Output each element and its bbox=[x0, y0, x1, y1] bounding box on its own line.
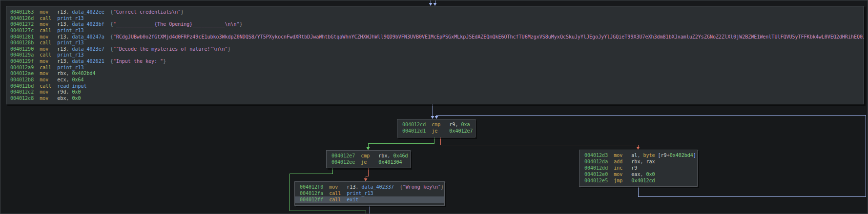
asm-token: mov bbox=[614, 172, 631, 177]
asm-token: "Input the key: " bbox=[113, 58, 163, 64]
asm-line[interactable]: 004012e0 mov eax, 0x0 bbox=[579, 171, 697, 177]
asm-token: 0x0 bbox=[72, 89, 81, 95]
asm-token: 004012da bbox=[584, 159, 614, 164]
asm-token: mov bbox=[329, 184, 347, 190]
asm-line[interactable]: 004012b8 mov ecx, 0x64 bbox=[6, 77, 864, 83]
asm-token: , bbox=[455, 122, 461, 127]
asm-line[interactable]: 00401281 mov r13, data_40247a {"RCdgJUBw… bbox=[6, 34, 864, 40]
asm-token: , bbox=[66, 9, 72, 15]
asm-line[interactable]: 00401263 mov r13, data_4022ee {"Correct … bbox=[6, 9, 864, 16]
true-branch-to-4012e7 bbox=[368, 137, 434, 147]
asm-line[interactable]: 0040126d call print_r13 bbox=[6, 16, 864, 22]
asm-token: byte bbox=[643, 153, 658, 158]
asm-token: data_4023bf bbox=[72, 21, 104, 27]
asm-token: mov bbox=[40, 96, 57, 101]
basic-block-4012e7[interactable]: 004012e7 cmp rbx, 0x46d004012ee je 0x401… bbox=[326, 150, 411, 168]
asm-token: r9d bbox=[57, 89, 66, 95]
asm-token: 004012cd bbox=[402, 122, 432, 127]
asm-token: , bbox=[66, 89, 72, 95]
asm-token: 004012d1 bbox=[402, 128, 432, 134]
asm-token: 00401263 bbox=[10, 9, 40, 15]
asm-line[interactable]: 004012c8 mov ebx, 0x0 bbox=[6, 96, 864, 102]
asm-token: 00401290 bbox=[10, 46, 40, 52]
asm-token: "Correct credentials\n" bbox=[113, 9, 181, 15]
asm-token: , bbox=[66, 21, 72, 27]
asm-line[interactable]: 0040127c call print_r13 bbox=[6, 28, 864, 34]
asm-line[interactable]: 004012bd call read_input bbox=[6, 83, 864, 90]
asm-token: inc bbox=[614, 165, 631, 171]
asm-token: mov bbox=[40, 58, 57, 64]
asm-token: } bbox=[163, 58, 166, 64]
asm-token: , bbox=[66, 58, 72, 64]
asm-token: print_r13 bbox=[347, 191, 373, 196]
asm-line[interactable]: 004012ae mov rbx, 0x402bd4 bbox=[6, 71, 864, 77]
asm-token: 004012f0 bbox=[300, 184, 329, 190]
asm-line[interactable]: 004012da add rbx, rax bbox=[579, 158, 697, 165]
asm-token: call bbox=[329, 191, 347, 196]
asm-token: je bbox=[361, 159, 378, 165]
asm-token bbox=[104, 46, 110, 52]
asm-token: 004012c2 bbox=[10, 89, 40, 95]
asm-line[interactable]: 0040129a call print_r13 bbox=[6, 52, 864, 58]
asm-token: data_40247a bbox=[72, 34, 104, 39]
asm-line[interactable]: 004012d1 je 0x4012e7 bbox=[397, 128, 475, 134]
asm-line[interactable]: 00401290 mov r13, data_4023e7 {""Decode … bbox=[6, 46, 864, 53]
asm-token bbox=[394, 184, 400, 190]
asm-line[interactable]: 0040129f mov r13, data_402621 {"Input th… bbox=[6, 58, 864, 65]
asm-line[interactable]: 004012e7 cmp rbx, 0x46d bbox=[327, 153, 410, 159]
false-branch-to-4012d3 bbox=[440, 137, 638, 147]
asm-token: , bbox=[66, 46, 72, 52]
asm-token: 004012ff bbox=[300, 197, 329, 202]
asm-line[interactable]: 004012c2 mov r9d, 0x0 bbox=[6, 89, 864, 96]
asm-line[interactable]: 004012a9 call print_r13 bbox=[6, 65, 864, 71]
asm-token: mov bbox=[40, 46, 57, 52]
asm-token: 0x402bd4 bbox=[670, 153, 693, 158]
asm-token: print_r13 bbox=[57, 52, 83, 58]
asm-line[interactable]: 00401272 mov r13, data_4023bf {"________… bbox=[6, 21, 864, 28]
asm-token: ecx bbox=[57, 77, 66, 82]
asm-token: rax bbox=[646, 159, 655, 164]
asm-line[interactable]: 004012dd inc r9 bbox=[579, 165, 697, 171]
asm-token: rbx bbox=[57, 71, 66, 76]
asm-line[interactable]: 004012f0 mov r13, data_402337 {"Wrong ke… bbox=[295, 184, 444, 190]
asm-token: je bbox=[432, 128, 449, 134]
asm-token: "_____________{The Opening}___________\n… bbox=[113, 21, 240, 27]
asm-token: rbx bbox=[378, 153, 387, 158]
asm-line[interactable]: 004012fa call print_r13 bbox=[295, 190, 444, 196]
asm-token: r13 bbox=[57, 58, 66, 64]
asm-line[interactable]: 004012e5 jmp 0x4012cd bbox=[579, 177, 697, 184]
asm-token: ebx bbox=[57, 96, 66, 101]
asm-token: mov bbox=[40, 34, 57, 39]
false-branch-to-4012f0 bbox=[366, 168, 368, 178]
asm-token: ""Decode the mysteries of nature!"\n\n" bbox=[113, 46, 228, 52]
asm-token: 0040129f bbox=[10, 58, 40, 64]
asm-token: data_4022ee bbox=[72, 9, 104, 15]
asm-token: r9 bbox=[449, 122, 455, 127]
asm-token: ] bbox=[693, 153, 696, 158]
asm-token: 0040126d bbox=[10, 16, 40, 21]
asm-token: data_402337 bbox=[361, 184, 393, 190]
asm-token: 004012ae bbox=[10, 71, 40, 76]
asm-token: cmp bbox=[432, 122, 449, 127]
basic-block-401263[interactable]: 00401263 mov r13, data_4022ee {"Correct … bbox=[6, 6, 864, 104]
asm-line[interactable]: 004012ee je 0x401304 bbox=[327, 159, 410, 165]
asm-token: 004012fa bbox=[300, 191, 329, 196]
asm-token: mov bbox=[40, 77, 57, 82]
basic-block-4012cd[interactable]: 004012cd cmp r9, 0xa004012d1 je 0x4012e7 bbox=[397, 119, 475, 137]
asm-token: 0040127c bbox=[10, 28, 40, 33]
asm-token: 0x4012e7 bbox=[449, 128, 473, 134]
asm-token: data_4023e7 bbox=[72, 46, 104, 52]
asm-token: , bbox=[66, 34, 72, 39]
basic-block-4012d3[interactable]: 004012d3 mov al, byte [r9+0x402bd4]00401… bbox=[579, 150, 698, 187]
basic-block-4012f0[interactable]: 004012f0 mov r13, data_402337 {"Wrong ke… bbox=[294, 181, 445, 206]
asm-line[interactable]: 0040128b call print_r13 bbox=[6, 40, 864, 46]
asm-token: 0040128b bbox=[10, 40, 40, 45]
asm-token: 004012d3 bbox=[584, 153, 614, 158]
asm-token: call bbox=[40, 40, 57, 45]
asm-token: r13 bbox=[57, 9, 66, 15]
asm-token: 0040129a bbox=[10, 52, 40, 58]
asm-line[interactable]: 004012cd cmp r9, 0xa bbox=[397, 121, 475, 128]
asm-line[interactable]: 004012d3 mov al, byte [r9+0x402bd4] bbox=[579, 152, 697, 158]
asm-token: print_r13 bbox=[57, 16, 83, 21]
asm-line-selected[interactable]: 004012ff call exit bbox=[295, 196, 444, 203]
